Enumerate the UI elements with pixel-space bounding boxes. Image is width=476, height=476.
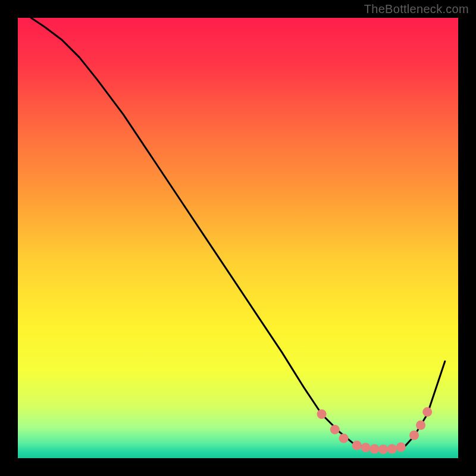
curve-marker [387, 444, 397, 454]
curve-marker [361, 443, 371, 452]
curve-marker [352, 441, 362, 450]
curve-marker [369, 444, 379, 454]
curve-marker [409, 431, 419, 440]
curve-marker [330, 425, 340, 434]
watermark-text: TheBottleneck.com [364, 2, 469, 16]
curve-marker [378, 444, 388, 454]
curve-marker [422, 407, 432, 416]
curve-marker [396, 443, 406, 452]
plot-area [18, 18, 458, 458]
curve-marker [339, 434, 349, 443]
curve-marker [416, 421, 425, 430]
curve-marker [317, 409, 327, 419]
chart-svg [0, 0, 476, 476]
chart-stage: TheBottleneck.com [0, 0, 476, 476]
